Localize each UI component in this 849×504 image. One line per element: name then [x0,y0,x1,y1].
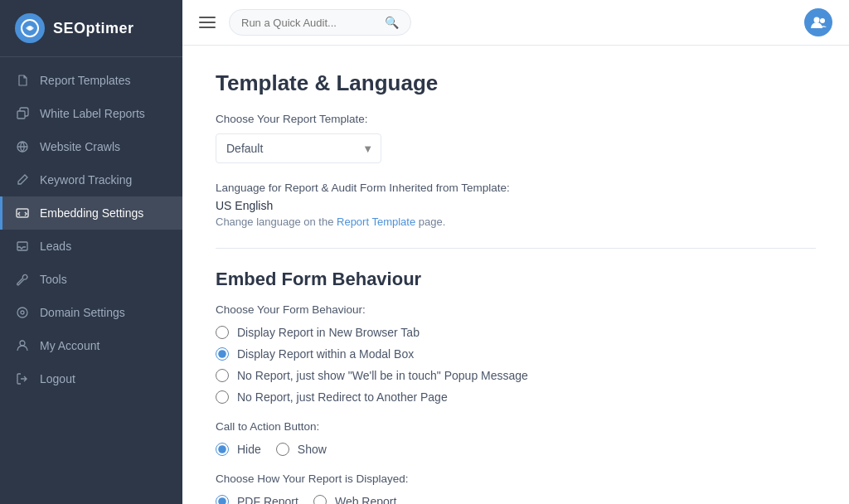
section2-title: Embed Form Behaviour [216,269,816,290]
language-label: Language for Report & Audit Form Inherit… [216,182,816,194]
topbar: 🔍 [182,0,849,46]
radio-popup-label: No Report, just show "We'll be in touch"… [237,369,528,382]
page-title: Template & Language [216,70,816,96]
tools-icon [15,272,30,287]
form-behaviour-group: Display Report in New Browser Tab Displa… [216,326,816,404]
svg-rect-2 [17,111,25,119]
display-label: Choose How Your Report is Displayed: [216,472,816,485]
web-report-input[interactable] [313,495,327,504]
logo-icon [15,13,45,43]
cta-radio-group: Hide Show [216,443,816,456]
web-report[interactable]: Web Report [313,495,396,504]
section-divider [216,248,816,249]
language-value: US English [216,199,816,212]
display-section: Choose How Your Report is Displayed: PDF… [216,472,816,504]
domain-icon [15,305,30,320]
report-template-link[interactable]: Report Template [337,216,415,228]
content-area: Template & Language Choose Your Report T… [182,46,849,504]
sidebar-label-keyword-tracking: Keyword Tracking [40,173,132,187]
sidebar-label-website-crawls: Website Crawls [40,140,120,153]
sidebar-label-tools: Tools [40,273,67,286]
sidebar-item-logout[interactable]: Logout [0,362,182,395]
sidebar-label-embedding-settings: Embedding Settings [40,206,143,220]
account-icon [15,338,30,353]
radio-redirect[interactable]: No Report, just Redirect to Another Page [216,390,816,404]
sidebar-item-report-templates[interactable]: Report Templates [0,64,182,97]
avatar[interactable] [804,8,832,36]
radio-new-tab-label: Display Report in New Browser Tab [237,326,420,339]
radio-new-tab-input[interactable] [216,326,229,339]
hamburger-button[interactable] [199,17,216,28]
topbar-right [804,8,832,36]
sidebar: SEOptimer Report Templates White Label R… [0,0,182,504]
radio-redirect-label: No Report, just Redirect to Another Page [237,390,448,404]
radio-redirect-input[interactable] [216,390,229,404]
sidebar-item-white-label-reports[interactable]: White Label Reports [0,97,182,130]
pdf-report-input[interactable] [216,495,229,504]
sidebar-item-my-account[interactable]: My Account [0,329,182,362]
sidebar-label-leads: Leads [40,240,71,253]
logout-icon [15,371,30,386]
radio-new-tab[interactable]: Display Report in New Browser Tab [216,326,816,339]
logo[interactable]: SEOptimer [0,0,182,57]
form-behaviour-label: Choose Your Form Behaviour: [216,303,816,316]
web-report-label: Web Report [335,495,396,504]
sidebar-item-keyword-tracking[interactable]: Keyword Tracking [0,163,182,196]
pdf-report-label: PDF Report [237,495,298,504]
globe-icon [15,139,30,154]
sidebar-label-report-templates: Report Templates [40,74,130,87]
language-hint: Change language on the Report Template p… [216,216,816,228]
svg-point-6 [17,308,27,317]
cta-hide-label: Hide [237,443,261,456]
svg-point-10 [820,18,825,23]
file-icon [15,73,30,88]
radio-popup-message[interactable]: No Report, just show "We'll be in touch"… [216,369,816,382]
topbar-left: 🔍 [199,9,411,36]
sidebar-label-white-label-reports: White Label Reports [40,107,145,120]
edit-icon [15,172,30,187]
template-select[interactable]: Default Custom 1 Custom 2 [216,133,381,163]
display-radio-group: PDF Report Web Report [216,495,816,504]
pdf-report[interactable]: PDF Report [216,495,298,504]
search-input[interactable] [241,17,378,29]
radio-modal-box-input[interactable] [216,347,229,361]
radio-modal-box-label: Display Report within a Modal Box [237,347,414,361]
sidebar-label-logout: Logout [40,372,75,385]
template-label: Choose Your Report Template: [216,113,816,125]
svg-rect-5 [17,242,27,250]
search-box[interactable]: 🔍 [229,9,411,36]
cta-hide[interactable]: Hide [216,443,261,456]
language-section: Language for Report & Audit Form Inherit… [216,182,816,228]
cta-show[interactable]: Show [276,443,327,456]
radio-modal-box[interactable]: Display Report within a Modal Box [216,347,816,361]
svg-point-9 [814,17,820,23]
cta-show-input[interactable] [276,443,289,456]
cta-label: Call to Action Button: [216,420,816,433]
template-select-wrapper: Default Custom 1 Custom 2 ▼ [216,133,381,163]
sidebar-item-domain-settings[interactable]: Domain Settings [0,296,182,329]
logo-text: SEOptimer [53,20,134,37]
inbox-icon [15,239,30,254]
sidebar-item-embedding-settings[interactable]: Embedding Settings [0,196,182,230]
sidebar-nav: Report Templates White Label Reports Web… [0,57,182,504]
radio-popup-input[interactable] [216,369,229,382]
sidebar-label-domain-settings: Domain Settings [40,306,125,319]
cta-show-label: Show [298,443,327,456]
embed-icon [15,206,30,220]
sidebar-label-my-account: My Account [40,339,99,352]
sidebar-item-tools[interactable]: Tools [0,263,182,296]
cta-hide-input[interactable] [216,443,229,456]
main-area: 🔍 Template & Language Choose Your Report… [182,0,849,504]
search-icon: 🔍 [385,16,399,29]
svg-point-1 [28,27,32,31]
svg-point-7 [21,311,24,314]
sidebar-item-website-crawls[interactable]: Website Crawls [0,130,182,163]
sidebar-item-leads[interactable]: Leads [0,230,182,263]
cta-section: Call to Action Button: Hide Show [216,420,816,456]
svg-point-8 [20,341,25,346]
tag-icon [15,106,30,121]
